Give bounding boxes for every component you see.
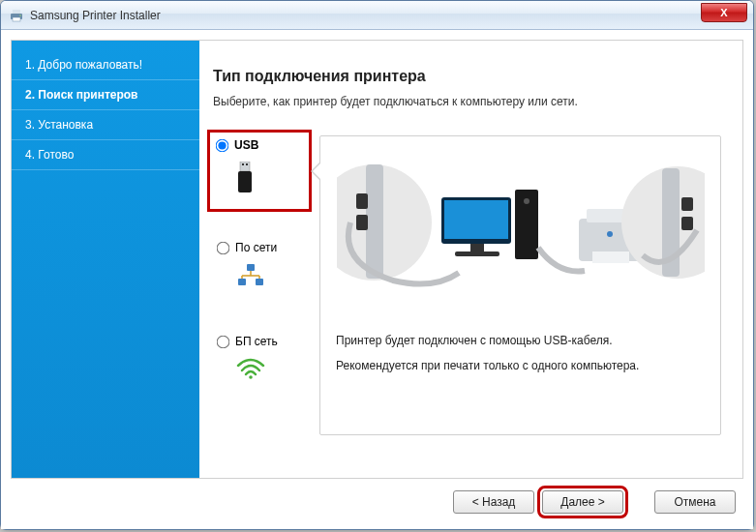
- svg-point-16: [337, 164, 432, 281]
- radio-usb[interactable]: [216, 138, 229, 152]
- option-network-text: По сети: [235, 241, 277, 254]
- svg-rect-7: [238, 171, 252, 192]
- sidebar-step-welcome: 1. Добро пожаловать!: [12, 50, 199, 80]
- network-icon: [236, 264, 265, 290]
- svg-rect-33: [681, 217, 693, 230]
- page-subtitle: Выберите, как принтер будет подключаться…: [213, 95, 721, 108]
- option-wireless-label[interactable]: БП сеть: [217, 335, 278, 348]
- svg-point-29: [607, 231, 613, 237]
- printer-app-icon: [9, 8, 24, 23]
- svg-rect-1: [13, 10, 20, 14]
- content-area: 1. Добро пожаловать! 2. Поиск принтеров …: [11, 40, 743, 479]
- svg-rect-4: [240, 162, 250, 171]
- svg-point-15: [249, 375, 253, 379]
- window-body: 1. Добро пожаловать! 2. Поиск принтеров …: [1, 30, 753, 529]
- sidebar-step-install: 3. Установка: [12, 110, 199, 140]
- svg-rect-22: [470, 244, 484, 251]
- radio-wireless[interactable]: [217, 335, 230, 348]
- svg-point-3: [19, 15, 20, 15]
- svg-rect-23: [455, 251, 499, 256]
- svg-rect-18: [356, 193, 368, 209]
- option-usb-label[interactable]: USB: [216, 138, 258, 152]
- option-usb-text: USB: [234, 138, 258, 152]
- connection-illustration: [336, 150, 705, 314]
- footer: < Назад Далее > Отмена: [11, 479, 743, 521]
- usb-icon: [235, 162, 255, 199]
- sidebar: 1. Добро пожаловать! 2. Поиск принтеров …: [12, 41, 199, 478]
- sidebar-step-done: 4. Готово: [12, 140, 199, 170]
- svg-rect-28: [592, 251, 629, 263]
- app-window: Samsung Printer Installer X 1. Добро пож…: [0, 0, 754, 530]
- svg-point-25: [524, 198, 529, 204]
- next-button[interactable]: Далее >: [542, 490, 623, 514]
- sidebar-step-search: 2. Поиск принтеров: [12, 80, 199, 110]
- svg-rect-5: [242, 163, 244, 165]
- detail-panel: Принтер будет подключен с помощью USB-ка…: [319, 135, 721, 435]
- svg-rect-2: [13, 17, 20, 21]
- back-button[interactable]: < Назад: [453, 490, 534, 514]
- detail-line-2: Рекомендуется при печати только с одного…: [336, 359, 705, 372]
- detail-line-1: Принтер будет подключен с помощью USB-ка…: [336, 334, 705, 347]
- svg-rect-9: [238, 279, 246, 285]
- svg-rect-6: [246, 163, 248, 165]
- svg-rect-21: [444, 200, 508, 239]
- options-column: USB: [213, 135, 306, 435]
- svg-rect-32: [681, 197, 693, 211]
- option-wireless-text: БП сеть: [235, 335, 278, 348]
- option-network-label[interactable]: По сети: [217, 241, 277, 254]
- page-title: Тип подключения принтера: [213, 68, 721, 85]
- option-network[interactable]: По сети: [213, 237, 306, 296]
- svg-rect-17: [366, 164, 383, 279]
- main-panel: Тип подключения принтера Выберите, как п…: [199, 41, 742, 478]
- options-row: USB: [213, 135, 721, 435]
- window-title: Samsung Printer Installer: [30, 9, 701, 22]
- wifi-icon: [236, 358, 265, 382]
- close-button[interactable]: X: [701, 3, 747, 22]
- close-icon: X: [720, 7, 727, 18]
- option-wireless[interactable]: БП сеть: [213, 331, 306, 388]
- titlebar: Samsung Printer Installer X: [1, 1, 753, 30]
- option-usb[interactable]: USB: [207, 130, 312, 212]
- svg-rect-19: [356, 215, 368, 230]
- svg-rect-10: [256, 279, 263, 285]
- cancel-button[interactable]: Отмена: [654, 490, 736, 514]
- radio-network[interactable]: [217, 241, 230, 254]
- svg-rect-8: [247, 264, 255, 271]
